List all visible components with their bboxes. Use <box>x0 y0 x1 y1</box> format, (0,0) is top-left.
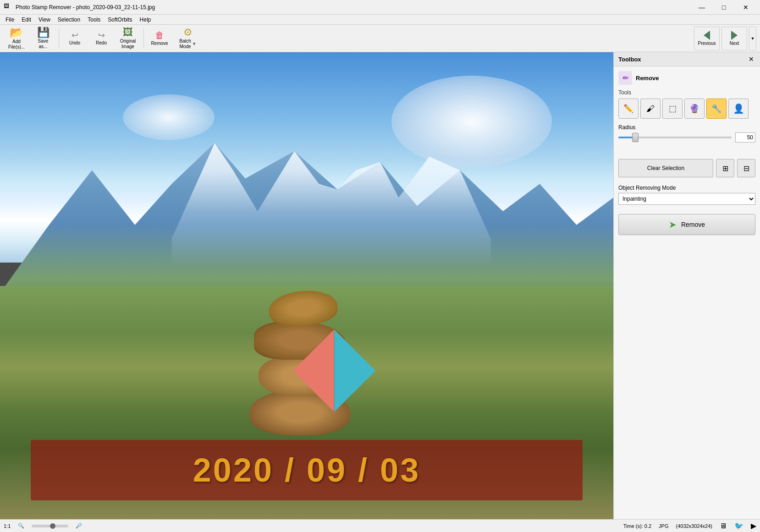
menu-bar: File Edit View Selection Tools SoftOrbit… <box>0 15 760 25</box>
next-button[interactable]: Next <box>721 27 747 50</box>
menu-help[interactable]: Help <box>136 16 155 24</box>
minimize-button[interactable]: — <box>691 0 712 14</box>
mode-select-row: Inpainting Content-Aware Fill Patch <box>618 193 755 205</box>
menu-tools[interactable]: Tools <box>84 16 104 24</box>
close-button[interactable]: ✕ <box>735 0 756 14</box>
zoom-level: 1:1 <box>4 523 11 529</box>
rock-4 <box>268 288 339 328</box>
undo-label: Undo <box>69 40 80 45</box>
rect-select-tool-button[interactable]: ⬚ <box>662 99 683 119</box>
zoom-icon-small: 🔍 <box>18 523 24 529</box>
toolbox-section-title-text: Remove <box>636 75 659 82</box>
toolbox-panel: Toolbox ✕ ✏ Remove Tools ✏️ 🖌 ⬚ 🔮 🔧 👤 <box>613 52 760 519</box>
selection-row: Clear Selection ⊞ ⊟ <box>618 159 755 177</box>
status-time: Time (s): 0.2 <box>623 523 651 529</box>
remove-button-label: Remove <box>681 221 705 228</box>
share-icon[interactable]: 🖥 <box>720 522 727 530</box>
tools-label: Tools <box>618 89 755 96</box>
mode-label: Object Removing Mode <box>618 185 755 191</box>
window-controls: — □ ✕ <box>691 0 756 14</box>
zoom-thumb[interactable] <box>50 523 55 529</box>
twitter-icon[interactable]: 🐦 <box>734 521 743 530</box>
menu-file[interactable]: File <box>2 16 18 24</box>
original-image-button[interactable]: 🖼 Original Image <box>115 27 141 50</box>
maximize-button[interactable]: □ <box>713 0 734 14</box>
previous-label: Previous <box>698 41 716 46</box>
status-bar: 1:1 🔍 🔎 Time (s): 0.2 JPG (4032x3024x24)… <box>0 519 760 532</box>
batch-mode-button[interactable]: ⚙ Batch Mode ▼ <box>173 27 203 50</box>
original-image-label: Original Image <box>120 38 136 49</box>
toolbar-nav-area: Previous Next ▼ <box>694 27 756 50</box>
canvas-area[interactable]: 2020 / 09 / 03 <box>0 52 613 519</box>
status-right: Time (s): 0.2 JPG (4032x3024x24) 🖥 🐦 ▶ <box>623 521 756 530</box>
save-as-icon: 💾 <box>37 27 50 38</box>
remove-btn-row: ➤ Remove <box>618 214 755 235</box>
status-format: JPG <box>659 523 668 529</box>
person-tool-button[interactable]: 👤 <box>728 99 749 119</box>
clear-selection-button[interactable]: Clear Selection <box>618 159 713 177</box>
app-icon: 🖼 <box>4 3 13 12</box>
menu-edit[interactable]: Edit <box>18 16 35 24</box>
menu-softorbits[interactable]: SoftOrbits <box>104 16 136 24</box>
next-icon <box>731 31 738 40</box>
zoom-area: 1:1 <box>4 523 11 529</box>
toolbar-separator-2 <box>143 28 144 49</box>
zoom-icon-large: 🔎 <box>76 523 82 529</box>
toolbar-expand-button[interactable]: ▼ <box>749 27 756 50</box>
main-content: 2020 / 09 / 03 Toolbox ✕ ✏ Remove Tools … <box>0 52 760 519</box>
redo-button[interactable]: ↪ Redo <box>88 27 114 50</box>
magic-tool-active-button[interactable]: 🔧 <box>706 99 727 119</box>
undo-icon: ↩ <box>72 31 78 39</box>
radius-row <box>618 132 755 143</box>
brush-tool-button[interactable]: 🖌 <box>640 99 661 119</box>
date-watermark: 2020 / 09 / 03 <box>31 440 583 500</box>
radius-label: Radius <box>618 124 755 131</box>
remove-toolbar-icon: 🗑 <box>155 31 164 40</box>
add-files-label: Add File(s)... <box>8 39 25 50</box>
youtube-icon[interactable]: ▶ <box>751 521 756 530</box>
pencil-tool-button[interactable]: ✏️ <box>618 99 639 119</box>
softorbits-logo <box>288 325 380 417</box>
remove-section-icon: ✏ <box>618 71 632 85</box>
remove-button[interactable]: ➤ Remove <box>618 214 755 235</box>
batch-mode-icon: ⚙ <box>183 27 193 38</box>
zoom-slider[interactable] <box>32 525 68 527</box>
save-as-button[interactable]: 💾 Save as... <box>30 27 56 50</box>
mode-select[interactable]: Inpainting Content-Aware Fill Patch <box>618 193 755 205</box>
tools-row: ✏️ 🖌 ⬚ 🔮 🔧 👤 <box>618 99 755 119</box>
undo-button[interactable]: ↩ Undo <box>62 27 88 50</box>
batch-mode-label: Batch Mode ▼ <box>179 38 196 49</box>
spacer-1 <box>618 150 755 159</box>
window-title: Photo Stamp Remover - photo_2020-09-03_2… <box>16 4 691 11</box>
title-bar: 🖼 Photo Stamp Remover - photo_2020-09-03… <box>0 0 760 15</box>
slider-thumb[interactable] <box>632 133 639 142</box>
redo-icon: ↪ <box>98 31 105 39</box>
toolbar-separator-1 <box>59 28 59 49</box>
magic-wand-tool-button[interactable]: 🔮 <box>684 99 705 119</box>
remove-arrow-icon: ➤ <box>669 219 677 230</box>
toolbox-close-button[interactable]: ✕ <box>747 55 755 63</box>
select-from-file-button[interactable]: ⊞ <box>716 159 734 177</box>
date-text: 2020 / 09 / 03 <box>193 451 420 489</box>
radius-slider[interactable] <box>618 133 732 142</box>
add-files-button[interactable]: 📂 Add File(s)... <box>4 27 29 50</box>
menu-view[interactable]: View <box>35 16 54 24</box>
toolbox-title: Toolbox <box>618 56 641 63</box>
radius-input[interactable] <box>735 132 755 143</box>
menu-selection[interactable]: Selection <box>54 16 84 24</box>
previous-button[interactable]: Previous <box>694 27 720 50</box>
remove-button-toolbar[interactable]: 🗑 Remove <box>147 27 172 50</box>
add-files-icon: 📂 <box>10 27 23 38</box>
batch-dropdown-arrow: ▼ <box>192 41 197 47</box>
remove-toolbar-label: Remove <box>151 41 168 46</box>
toolbox-section-header: ✏ Remove <box>618 71 755 85</box>
next-label: Next <box>730 41 739 46</box>
select-area-button[interactable]: ⊟ <box>737 159 755 177</box>
toolbox-content: ✏ Remove Tools ✏️ 🖌 ⬚ 🔮 🔧 👤 Radius <box>614 66 760 519</box>
original-image-icon: 🖼 <box>123 27 133 38</box>
toolbox-header: Toolbox ✕ <box>614 52 760 66</box>
save-as-label: Save as... <box>38 38 49 49</box>
status-dimensions: (4032x3024x24) <box>676 523 712 529</box>
image-display: 2020 / 09 / 03 <box>0 52 613 519</box>
redo-label: Redo <box>96 40 107 45</box>
